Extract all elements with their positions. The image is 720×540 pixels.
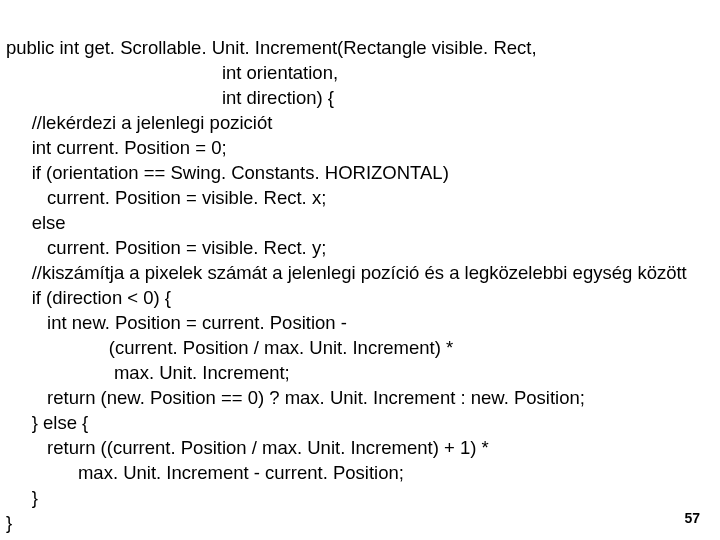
code-line: int current. Position = 0;	[6, 137, 227, 158]
code-line: }	[6, 512, 12, 533]
code-line: int direction) {	[6, 87, 334, 108]
code-line: int orientation,	[6, 62, 338, 83]
code-line: max. Unit. Increment;	[6, 362, 290, 383]
code-line: int new. Position = current. Position -	[6, 312, 347, 333]
code-line: public int get. Scrollable. Unit. Increm…	[6, 37, 537, 58]
code-line: return (new. Position == 0) ? max. Unit.…	[6, 387, 585, 408]
slide: public int get. Scrollable. Unit. Increm…	[0, 0, 720, 540]
code-block: public int get. Scrollable. Unit. Increm…	[6, 10, 687, 535]
code-line: }	[6, 487, 38, 508]
code-line: return ((current. Position / max. Unit. …	[6, 437, 489, 458]
code-line: current. Position = visible. Rect. y;	[6, 237, 326, 258]
code-line: if (direction < 0) {	[6, 287, 171, 308]
code-line: current. Position = visible. Rect. x;	[6, 187, 326, 208]
page-number: 57	[684, 510, 700, 526]
code-line: max. Unit. Increment - current. Position…	[6, 462, 404, 483]
code-line: if (orientation == Swing. Constants. HOR…	[6, 162, 449, 183]
code-line: //kiszámítja a pixelek számát a jelenleg…	[6, 262, 687, 283]
code-line: } else {	[6, 412, 88, 433]
code-line: //lekérdezi a jelenlegi poziciót	[6, 112, 272, 133]
code-line: else	[6, 212, 66, 233]
code-line: (current. Position / max. Unit. Incremen…	[6, 337, 453, 358]
